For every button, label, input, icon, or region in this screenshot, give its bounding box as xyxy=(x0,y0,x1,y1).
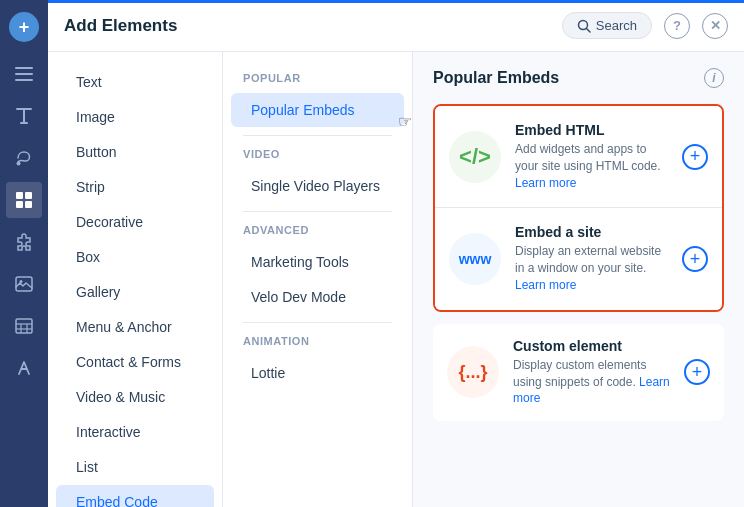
sidebar-icon-hamburger[interactable] xyxy=(6,56,42,92)
nav-item-velo-dev-mode[interactable]: Velo Dev Mode xyxy=(231,280,404,314)
nav-item-video-music[interactable]: Video & Music xyxy=(56,380,214,414)
icon-sidebar: + xyxy=(0,0,48,507)
embed-html-card: </> Embed HTML Add widgets and apps to y… xyxy=(435,106,722,207)
content-area: Text Image Button Strip Decorative Box G… xyxy=(48,52,744,507)
info-icon[interactable]: i xyxy=(704,68,724,88)
svg-rect-5 xyxy=(25,192,32,199)
custom-element-icon: {...} xyxy=(447,346,499,398)
www-symbol: www xyxy=(459,251,492,267)
nav-item-marketing-tools[interactable]: Marketing Tools xyxy=(231,245,404,279)
embed-site-title: Embed a site xyxy=(515,224,668,240)
svg-rect-2 xyxy=(15,79,33,81)
svg-rect-0 xyxy=(15,67,33,69)
nav-item-single-video-players[interactable]: Single Video Players xyxy=(231,169,404,203)
svg-rect-7 xyxy=(25,201,32,208)
sidebar-icon-puzzle[interactable] xyxy=(6,224,42,260)
nav-item-gallery[interactable]: Gallery xyxy=(56,275,214,309)
featured-cards-container: </> Embed HTML Add widgets and apps to y… xyxy=(433,104,724,312)
custom-element-card: {...} Custom element Display custom elem… xyxy=(433,324,724,421)
embed-site-desc: Display an external website in a window … xyxy=(515,243,668,293)
sidebar-icon-paint[interactable] xyxy=(6,140,42,176)
nav-item-decorative[interactable]: Decorative xyxy=(56,205,214,239)
top-bar-right: Search ? ✕ xyxy=(562,12,728,39)
section-label-advanced: ADVANCED xyxy=(223,220,412,244)
embed-site-card: www Embed a site Display an external web… xyxy=(435,207,722,309)
custom-symbol: {...} xyxy=(458,362,487,383)
nav-item-text[interactable]: Text xyxy=(56,65,214,99)
nav-item-interactive[interactable]: Interactive xyxy=(56,415,214,449)
close-button[interactable]: ✕ xyxy=(702,13,728,39)
nav-item-popular-embeds[interactable]: Popular Embeds xyxy=(231,93,404,127)
custom-element-title: Custom element xyxy=(513,338,670,354)
add-button[interactable]: + xyxy=(9,12,39,42)
right-header: Popular Embeds i xyxy=(433,68,724,88)
nav-item-button[interactable]: Button xyxy=(56,135,214,169)
middle-nav: POPULAR Popular Embeds VIDEO Single Vide… xyxy=(223,52,413,507)
svg-rect-6 xyxy=(16,201,23,208)
custom-element-body: Custom element Display custom elements u… xyxy=(513,338,670,407)
right-title: Popular Embeds xyxy=(433,69,559,87)
embed-html-desc: Add widgets and apps to your site using … xyxy=(515,141,668,191)
embed-site-icon: www xyxy=(449,233,501,285)
help-button[interactable]: ? xyxy=(664,13,690,39)
svg-point-3 xyxy=(17,162,21,166)
section-label-video: VIDEO xyxy=(223,144,412,168)
section-label-animation: ANIMATION xyxy=(223,331,412,355)
svg-rect-1 xyxy=(15,73,33,75)
nav-item-image[interactable]: Image xyxy=(56,100,214,134)
embed-html-icon: </> xyxy=(449,131,501,183)
embed-site-learn-more[interactable]: Learn more xyxy=(515,278,576,292)
panel-title: Add Elements xyxy=(64,16,177,36)
top-accent-bar xyxy=(48,0,744,3)
search-icon xyxy=(577,19,591,33)
custom-element-learn-more[interactable]: Learn more xyxy=(513,375,670,406)
embed-html-add-button[interactable]: + xyxy=(682,144,708,170)
embed-site-body: Embed a site Display an external website… xyxy=(515,224,668,293)
svg-rect-4 xyxy=(16,192,23,199)
nav-item-contact-forms[interactable]: Contact & Forms xyxy=(56,345,214,379)
sidebar-icon-text[interactable] xyxy=(6,98,42,134)
nav-item-embed-code[interactable]: Embed Code xyxy=(56,485,214,507)
svg-rect-10 xyxy=(16,319,32,333)
nav-item-box[interactable]: Box xyxy=(56,240,214,274)
sidebar-icon-image[interactable] xyxy=(6,266,42,302)
nav-item-lottie[interactable]: Lottie xyxy=(231,356,404,390)
custom-element-add-button[interactable]: + xyxy=(684,359,710,385)
right-content: Popular Embeds i </> Embed HTML Add widg… xyxy=(413,52,744,507)
top-bar: Add Elements Search ? ✕ xyxy=(48,0,744,52)
html-code-symbol: </> xyxy=(459,144,491,170)
nav-item-menu-anchor[interactable]: Menu & Anchor xyxy=(56,310,214,344)
section-label-popular: POPULAR xyxy=(223,68,412,92)
sidebar-icon-font[interactable] xyxy=(6,350,42,386)
left-nav: Text Image Button Strip Decorative Box G… xyxy=(48,52,223,507)
nav-item-list[interactable]: List xyxy=(56,450,214,484)
sidebar-icon-table[interactable] xyxy=(6,308,42,344)
main-panel: Add Elements Search ? ✕ Text Image Butto… xyxy=(48,0,744,507)
search-button[interactable]: Search xyxy=(562,12,652,39)
sidebar-icon-grid[interactable] xyxy=(6,182,42,218)
embed-html-learn-more[interactable]: Learn more xyxy=(515,176,576,190)
embed-html-body: Embed HTML Add widgets and apps to your … xyxy=(515,122,668,191)
custom-element-desc: Display custom elements using snippets o… xyxy=(513,357,670,407)
embed-site-add-button[interactable]: + xyxy=(682,246,708,272)
embed-html-title: Embed HTML xyxy=(515,122,668,138)
nav-item-strip[interactable]: Strip xyxy=(56,170,214,204)
